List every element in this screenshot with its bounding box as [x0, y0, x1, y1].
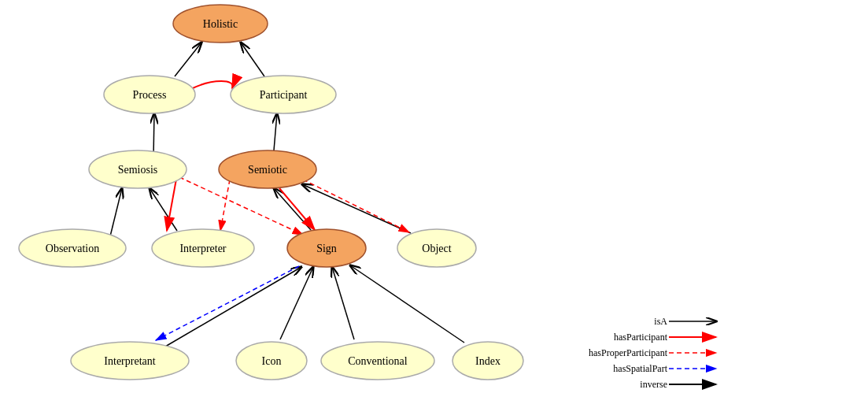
legend-hasproperparticipant-label: hasProperParticipant — [589, 347, 668, 358]
edge-process-participant — [193, 81, 233, 88]
label-participant: Participant — [260, 89, 308, 101]
label-semiosis: Semiosis — [118, 164, 158, 176]
legend-inverse-label: inverse — [640, 379, 667, 390]
edge-participant-holistic — [241, 43, 264, 76]
label-semiotic: Semiotic — [248, 164, 287, 176]
edge-semiotic-object — [303, 180, 409, 232]
label-interpreter: Interpreter — [179, 243, 226, 254]
edge-interpretant-sign — [165, 267, 301, 347]
label-sign: Sign — [316, 243, 337, 254]
label-object: Object — [422, 243, 451, 254]
legend-hasparticipant-label: hasParticipant — [614, 332, 668, 343]
edge-sign-interpretant — [156, 266, 299, 340]
edge-conventional-sign — [332, 267, 354, 339]
label-conventional: Conventional — [348, 355, 408, 367]
edge-object-semiotic — [302, 184, 411, 233]
edge-semiotic-sign — [279, 188, 315, 230]
label-observation: Observation — [46, 243, 99, 254]
graph-container: Holistic Process Participant Semiosis Se… — [0, 0, 868, 419]
edge-index-sign — [350, 265, 464, 343]
edge-semiotic-interpreter — [220, 180, 230, 231]
legend-hasspatialpart-label: hasSpatialPart — [613, 363, 667, 374]
edge-process-holistic — [175, 43, 201, 76]
label-icon: Icon — [262, 355, 282, 367]
label-process: Process — [133, 89, 167, 101]
label-interpretant: Interpretant — [104, 355, 155, 367]
legend-isa-label: isA — [654, 316, 667, 327]
edge-observation-semiosis — [110, 188, 122, 236]
label-holistic: Holistic — [203, 18, 238, 30]
edge-icon-sign — [280, 267, 313, 339]
label-index: Index — [475, 355, 500, 367]
edge-semiotic-participant — [274, 113, 277, 150]
